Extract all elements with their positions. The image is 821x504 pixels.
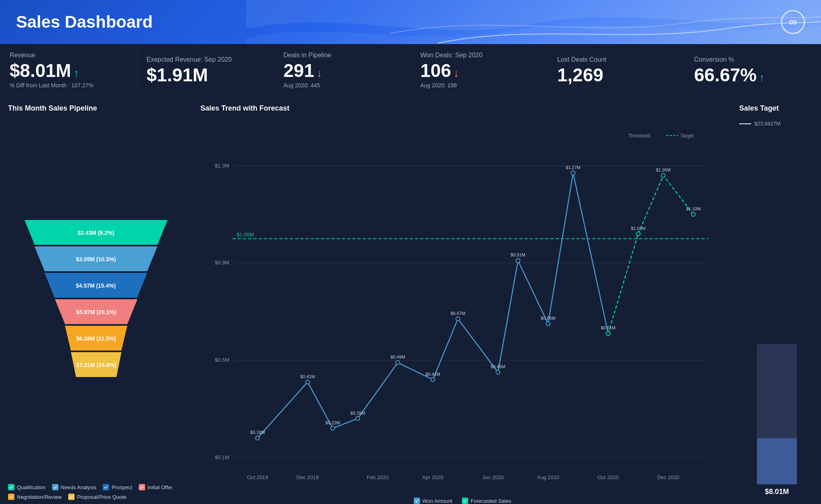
legend-checkbox — [103, 484, 109, 490]
kpi-arrow: ↑ — [759, 71, 765, 84]
legend-label: Qualification — [17, 484, 46, 490]
svg-text:Oct 2020: Oct 2020 — [598, 474, 619, 480]
kpi-arrow: ↓ — [317, 67, 322, 80]
kpi-value: 66.67% — [694, 66, 757, 84]
chart-legend-label: Forecasted Sales — [471, 498, 511, 504]
svg-text:$3.05M (10.3%): $3.05M (10.3%) — [76, 256, 116, 262]
kpi-value: 291 — [283, 61, 314, 80]
svg-text:$7.31M (24.6%): $7.31M (24.6%) — [76, 362, 116, 368]
svg-point-58 — [636, 232, 640, 236]
chart-legend-label: Won Amount — [423, 498, 452, 504]
svg-point-51 — [546, 322, 550, 326]
svg-text:Apr 2020: Apr 2020 — [422, 474, 443, 480]
funnel-segment: $5.97M (20.1%) — [55, 299, 138, 324]
kpi-label: Won Deals: Sep 2020 — [421, 52, 538, 59]
svg-text:$4.57M (15.4%): $4.57M (15.4%) — [76, 282, 116, 289]
svg-text:$0.42M: $0.42M — [425, 372, 440, 377]
funnel-panel: This Month Sales Pipeline $2.43M (8.2%)$… — [0, 96, 192, 504]
svg-text:$0.49M: $0.49M — [390, 355, 405, 359]
target-bar-label: $8.01M — [765, 488, 789, 496]
kpi-card-3: Won Deals: Sep 2020106↓Aug 2020: 198 — [411, 44, 548, 96]
svg-text:$0.5M: $0.5M — [215, 357, 229, 363]
svg-text:Feb 2020: Feb 2020 — [367, 474, 389, 480]
kpi-value: $1.91M — [147, 66, 208, 84]
legend-checkbox — [8, 494, 14, 500]
funnel-legend-item: Needs Analysis — [52, 484, 97, 490]
kpi-card-5: Conversion %66.67%↑ — [685, 44, 821, 96]
header-logo: ∞ — [781, 10, 805, 34]
svg-point-41 — [396, 361, 400, 365]
svg-point-60 — [661, 173, 665, 177]
legend-label: Needs Analysis — [61, 484, 97, 490]
kpi-value: 106 — [421, 61, 451, 80]
kpi-label: Lost Deals Count — [557, 56, 675, 63]
chart-title: Sales Trend with Forecast — [200, 104, 724, 113]
svg-point-33 — [255, 436, 259, 440]
legend-label: Initial Offer — [148, 484, 173, 490]
kpi-arrow: ↑ — [73, 67, 79, 80]
svg-text:Aug 2020: Aug 2020 — [537, 474, 559, 480]
header-wave — [246, 0, 821, 44]
kpi-sub: Aug 2020: 198 — [421, 82, 538, 89]
svg-point-47 — [496, 370, 500, 374]
svg-text:$1.26M: $1.26M — [656, 167, 671, 172]
target-bar-container: $8.01M — [739, 128, 815, 496]
kpi-row: Revenue$8.01M↑% Diff from Last Month : 1… — [0, 44, 821, 96]
chart-panel: Sales Trend with Forecast $0.1M$0.5M$0.9… — [192, 96, 733, 504]
svg-text:Oct 2019: Oct 2019 — [247, 474, 268, 480]
svg-text:$0.9M: $0.9M — [215, 260, 229, 266]
svg-text:$0.67M: $0.67M — [451, 311, 465, 316]
legend-label: Prospect — [111, 484, 132, 490]
kpi-label: Conversion % — [694, 56, 812, 63]
svg-point-49 — [516, 258, 520, 262]
legend-checkbox — [52, 484, 59, 490]
svg-point-39 — [356, 417, 360, 421]
legend-checkbox — [8, 484, 14, 490]
chart-legend-checkbox — [414, 498, 420, 504]
funnel-segment: $3.05M (10.3%) — [34, 246, 158, 271]
kpi-sub: Aug 2020: 445 — [283, 82, 401, 89]
svg-point-57 — [606, 331, 610, 335]
target-bar-fill — [757, 438, 797, 485]
svg-text:$0.45M: $0.45M — [491, 364, 506, 369]
svg-text:Threshold:: Threshold: — [628, 133, 651, 139]
svg-text:$0.65M: $0.65M — [541, 316, 556, 321]
svg-text:$1.02M: $1.02M — [631, 226, 646, 231]
svg-point-43 — [431, 378, 435, 382]
kpi-card-2: Deals in Pipeline291↓Aug 2020: 445 — [274, 44, 411, 96]
funnel-segment: $4.57M (15.4%) — [44, 273, 147, 298]
svg-text:$1.10M: $1.10M — [686, 206, 701, 211]
svg-text:Dec 2019: Dec 2019 — [297, 474, 319, 480]
svg-text:$0.22M: $0.22M — [326, 420, 340, 425]
chart-legend-item: Won Amount — [414, 498, 452, 504]
svg-text:$1.3M: $1.3M — [215, 163, 229, 169]
target-title: Sales Taget — [739, 104, 815, 113]
kpi-value: $8.01M — [10, 61, 71, 80]
legend-label: Proposal/Price Quote — [77, 494, 127, 500]
funnel-legend-item: Negotiation/Review — [8, 494, 62, 500]
svg-text:$1.27M: $1.27M — [566, 165, 580, 170]
funnel-legend-item: Prospect — [103, 484, 132, 490]
kpi-sub: % Diff from Last Month : 107.27% — [10, 82, 127, 89]
chart-svg: $0.1M$0.5M$0.9M$1.3M$1.00MThreshold:Targ… — [200, 121, 724, 494]
svg-text:$0.61M: $0.61M — [601, 325, 616, 330]
svg-text:$5.97M (20.1%): $5.97M (20.1%) — [76, 309, 116, 315]
chart-legend-checkbox — [462, 498, 468, 504]
funnel-container: $2.43M (8.2%)$3.05M (10.3%)$4.57M (15.4%… — [8, 121, 184, 480]
legend-checkbox — [68, 494, 75, 500]
kpi-arrow: ↓ — [453, 67, 459, 80]
target-line-value: $23.8827M — [754, 121, 781, 127]
svg-text:$0.41M: $0.41M — [300, 374, 315, 379]
chart-legend-item: Forecasted Sales — [462, 498, 511, 504]
svg-point-37 — [331, 426, 335, 430]
svg-text:$6.38M (21.5%): $6.38M (21.5%) — [76, 335, 116, 342]
svg-text:$0.18M: $0.18M — [250, 430, 265, 435]
kpi-label: Revenue — [10, 52, 127, 59]
chart-legend: Won AmountForecasted Sales — [200, 498, 724, 504]
svg-text:$0.26M: $0.26M — [350, 411, 365, 415]
svg-point-45 — [456, 317, 460, 321]
svg-text:$2.43M (8.2%): $2.43M (8.2%) — [78, 230, 115, 236]
svg-text:$0.1M: $0.1M — [215, 454, 229, 460]
target-panel: Sales Taget $23.8827M $8.01M — [733, 96, 821, 504]
funnel-legend-item: Qualification — [8, 484, 46, 490]
